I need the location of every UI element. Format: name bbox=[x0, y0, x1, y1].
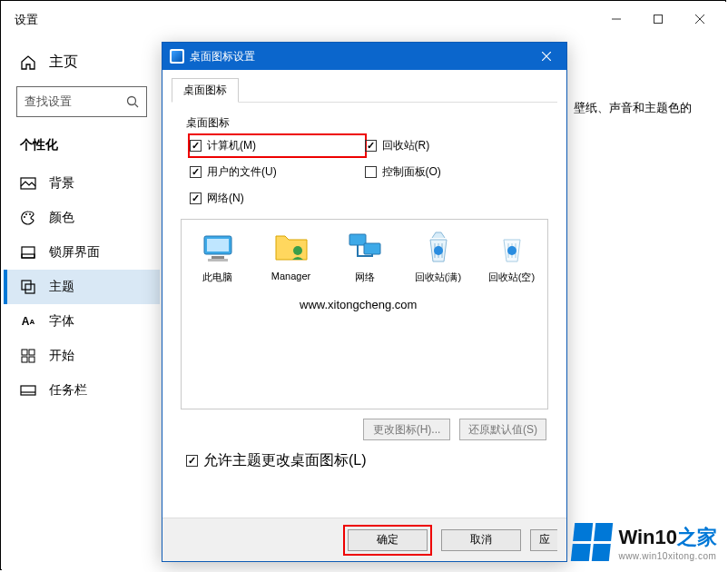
highlight-computer: 计算机(M) bbox=[188, 133, 367, 158]
checkbox-label: 允许主题更改桌面图标(L) bbox=[203, 451, 367, 470]
tab-desktop-icons[interactable]: 桌面图标 bbox=[172, 78, 239, 103]
branding-watermark: Win10之家 www.win10xitong.com bbox=[573, 523, 717, 561]
icon-manager[interactable]: Manager bbox=[262, 229, 320, 284]
sidebar-item-colors[interactable]: 颜色 bbox=[4, 201, 160, 235]
cancel-button[interactable]: 取消 bbox=[441, 529, 521, 551]
network-icon bbox=[346, 229, 384, 267]
svg-point-30 bbox=[507, 246, 516, 255]
checkbox-label: 计算机(M) bbox=[207, 138, 256, 153]
svg-point-7 bbox=[24, 216, 25, 218]
close-button[interactable] bbox=[679, 5, 721, 33]
svg-rect-11 bbox=[22, 254, 34, 258]
icon-label: Manager bbox=[271, 271, 310, 281]
svg-rect-16 bbox=[22, 357, 27, 362]
change-icon-button[interactable]: 更改图标(H)... bbox=[363, 419, 450, 440]
icon-this-pc[interactable]: 此电脑 bbox=[189, 229, 246, 284]
checkbox-icon bbox=[365, 140, 377, 152]
svg-point-8 bbox=[25, 213, 27, 215]
checkbox-icon bbox=[186, 455, 198, 467]
checkbox-icon bbox=[190, 192, 202, 204]
svg-rect-17 bbox=[29, 357, 34, 362]
icon-network[interactable]: 网络 bbox=[336, 229, 393, 284]
sidebar-item-taskbar[interactable]: 任务栏 bbox=[4, 373, 160, 408]
svg-rect-23 bbox=[207, 239, 229, 251]
checkbox-label: 控制面板(O) bbox=[382, 164, 441, 180]
svg-line-5 bbox=[135, 104, 139, 108]
picture-icon bbox=[20, 175, 36, 192]
section-title: 个性化 bbox=[4, 133, 160, 166]
ok-button[interactable]: 确定 bbox=[348, 529, 428, 551]
home-icon bbox=[20, 54, 36, 71]
icons-preview-panel: 此电脑 Manager 网络 回收站(满) 回收站(空) bbox=[181, 219, 548, 409]
recycle-full-icon bbox=[419, 229, 457, 267]
dialog-body: 桌面图标 桌面图标 计算机(M) 回收站(R) 用户的文件(U) 控制面板(O) bbox=[162, 70, 566, 470]
icon-label: 网络 bbox=[355, 271, 375, 284]
checkbox-recyclebin[interactable]: 回收站(R) bbox=[365, 138, 540, 153]
dialog-footer: 确定 取消 应 bbox=[162, 518, 566, 561]
sidebar-item-background[interactable]: 背景 bbox=[4, 166, 160, 201]
windows-logo-icon bbox=[571, 523, 613, 561]
svg-point-26 bbox=[293, 246, 302, 255]
svg-rect-27 bbox=[349, 234, 366, 245]
sidebar-item-start[interactable]: 开始 bbox=[4, 339, 160, 373]
window-controls bbox=[595, 5, 721, 33]
dialog-titlebar[interactable]: 桌面图标设置 bbox=[162, 43, 566, 70]
checkbox-icon bbox=[190, 140, 202, 152]
checkbox-icon bbox=[365, 166, 377, 178]
dialog-close-button[interactable] bbox=[526, 43, 566, 70]
svg-rect-24 bbox=[212, 256, 224, 259]
svg-rect-12 bbox=[22, 281, 31, 290]
apply-button-cut[interactable]: 应 bbox=[530, 529, 557, 551]
checkbox-network[interactable]: 网络(N) bbox=[190, 191, 365, 206]
tab-strip: 桌面图标 bbox=[172, 77, 557, 103]
svg-rect-14 bbox=[22, 350, 27, 355]
taskbar-icon bbox=[20, 382, 36, 399]
checkbox-icon bbox=[190, 166, 202, 178]
sidebar-item-label: 主题 bbox=[49, 279, 74, 295]
restore-default-button[interactable]: 还原默认值(S) bbox=[459, 419, 546, 440]
checkbox-controlpanel[interactable]: 控制面板(O) bbox=[365, 164, 540, 180]
svg-point-9 bbox=[29, 213, 31, 215]
window-title: 设置 bbox=[15, 12, 38, 28]
checkbox-computer[interactable]: 计算机(M) bbox=[190, 138, 256, 153]
sidebar-item-label: 颜色 bbox=[49, 210, 74, 226]
sidebar-item-themes[interactable]: 主题 bbox=[4, 270, 160, 304]
search-placeholder: 查找设置 bbox=[25, 94, 72, 110]
start-icon bbox=[20, 348, 36, 364]
brand-text: Win10之家 bbox=[618, 524, 717, 551]
font-icon: AA bbox=[20, 313, 36, 330]
search-icon bbox=[126, 95, 139, 108]
search-input[interactable]: 查找设置 bbox=[16, 86, 147, 117]
computer-icon bbox=[199, 229, 237, 267]
svg-rect-10 bbox=[22, 247, 34, 258]
home-label: 主页 bbox=[49, 53, 78, 72]
svg-point-29 bbox=[434, 246, 443, 255]
minimize-button[interactable] bbox=[595, 5, 637, 33]
sidebar-item-fonts[interactable]: AA 字体 bbox=[4, 304, 160, 339]
checkbox-grid: 计算机(M) 回收站(R) 用户的文件(U) 控制面板(O) 网络(N) bbox=[172, 138, 557, 206]
sidebar-item-label: 背景 bbox=[49, 175, 74, 192]
icon-recycle-empty[interactable]: 回收站(空) bbox=[483, 229, 540, 284]
checkbox-label: 用户的文件(U) bbox=[207, 164, 277, 180]
checkbox-allow-themes[interactable]: 允许主题更改桌面图标(L) bbox=[186, 451, 543, 470]
theme-icon bbox=[20, 279, 36, 295]
lockscreen-icon bbox=[20, 244, 36, 261]
watermark-text: www.xitongcheng.com bbox=[300, 298, 417, 311]
svg-rect-13 bbox=[25, 284, 34, 293]
checkbox-userfiles[interactable]: 用户的文件(U) bbox=[190, 164, 365, 180]
background-text-fragment: 壁纸、声音和主题色的 bbox=[574, 100, 692, 116]
sidebar-item-label: 开始 bbox=[49, 348, 74, 364]
desktop-icon-settings-dialog: 桌面图标设置 桌面图标 桌面图标 计算机(M) 回收站(R) 用户的文件(U) bbox=[162, 42, 567, 562]
svg-point-4 bbox=[128, 97, 136, 105]
svg-rect-28 bbox=[364, 243, 380, 254]
sidebar-home[interactable]: 主页 bbox=[4, 44, 160, 83]
palette-icon bbox=[20, 210, 36, 226]
sidebar-item-lockscreen[interactable]: 锁屏界面 bbox=[4, 235, 160, 270]
dialog-title: 桌面图标设置 bbox=[190, 49, 255, 64]
icon-recycle-full[interactable]: 回收站(满) bbox=[409, 229, 467, 284]
maximize-button[interactable] bbox=[637, 5, 679, 33]
svg-rect-15 bbox=[29, 350, 34, 355]
dialog-icon bbox=[170, 49, 184, 64]
checkbox-label: 网络(N) bbox=[207, 191, 244, 206]
sidebar-item-label: 字体 bbox=[49, 313, 74, 330]
